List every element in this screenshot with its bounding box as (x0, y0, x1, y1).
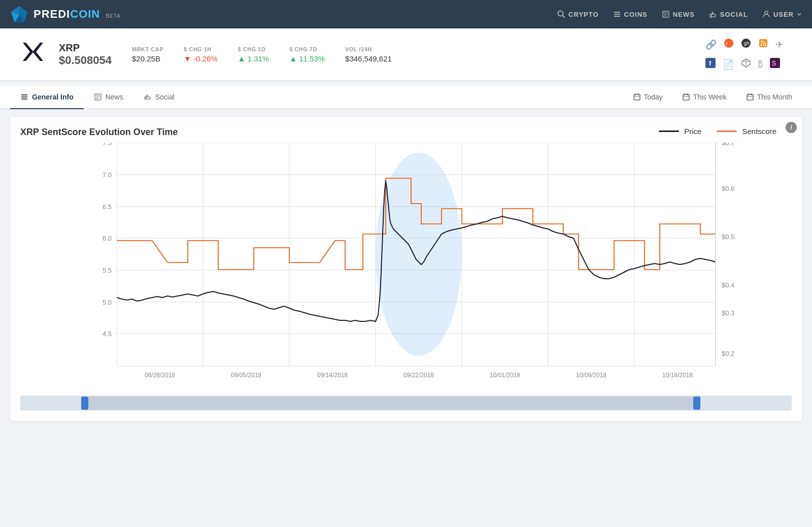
coin-header: XRP $0.508054 MRKT CAP $20.25B $ CHG 1H … (0, 28, 812, 81)
svg-rect-46 (747, 94, 753, 100)
logo-icon (10, 5, 28, 23)
stat-chg-1d: $ CHG 1D ▲ 1.31% (238, 46, 269, 63)
svg-point-16 (15, 37, 51, 72)
chart-legend: Price Sentscore (659, 127, 776, 136)
today-icon (633, 93, 641, 101)
tab-news[interactable]: News (84, 86, 133, 109)
svg-text:$0.5: $0.5 (722, 233, 734, 241)
time-btn-today[interactable]: Today (623, 87, 672, 107)
scrollbar-left-thumb[interactable] (81, 397, 88, 410)
svg-text:10/01/2018: 10/01/2018 (490, 372, 520, 379)
svg-point-5 (558, 11, 563, 16)
svg-text:09/14/2018: 09/14/2018 (317, 372, 348, 379)
nav-coins[interactable]: COINS (613, 10, 648, 18)
chg-1h-value: ▼ -0.26% (184, 54, 218, 63)
rss-icon[interactable] (758, 38, 768, 51)
legend-price: Price (659, 127, 701, 136)
coin-symbol: XRP (59, 42, 112, 54)
svg-text:S: S (772, 60, 776, 67)
news-tab-icon (94, 93, 102, 101)
svg-rect-14 (710, 14, 712, 17)
navbar: PREDICOIN BETA CRYPTO COINS NEWS (0, 0, 812, 28)
coin-stats: MRKT CAP $20.25B $ CHG 1H ▼ -0.26% $ CHG… (132, 46, 685, 63)
time-btn-this-week[interactable]: This Week (672, 87, 736, 107)
svg-text:5.0: 5.0 (103, 299, 112, 306)
slack-icon[interactable]: S (770, 58, 780, 71)
svg-text:6.0: 6.0 (103, 235, 112, 242)
brand: PREDICOIN BETA (10, 5, 121, 23)
svg-rect-42 (683, 94, 689, 100)
time-btn-this-month[interactable]: This Month (736, 87, 802, 107)
tab-social[interactable]: Social (133, 86, 185, 109)
navbar-nav: CRYPTO COINS NEWS SOCIAL (557, 10, 802, 18)
svg-text:10/18/2018: 10/18/2018 (662, 372, 693, 379)
svg-text:f: f (709, 59, 712, 67)
link-icon[interactable]: 🔗 (705, 39, 717, 50)
sentscore-line-indicator (717, 130, 737, 132)
svg-point-15 (765, 11, 768, 14)
stat-mrkt-cap: MRKT CAP $20.25B (132, 46, 163, 63)
chart-scrollbar[interactable] (20, 396, 792, 411)
svg-text:7.0: 7.0 (103, 171, 112, 179)
week-icon (682, 93, 690, 101)
nav-user[interactable]: USER (762, 10, 802, 18)
scrollbar-right-thumb[interactable] (693, 397, 700, 410)
xrp-logo (15, 37, 51, 72)
svg-text:$0.3: $0.3 (722, 309, 734, 317)
svg-text:6.5: 6.5 (103, 203, 112, 211)
svg-rect-37 (145, 97, 146, 99)
svg-text:4.5: 4.5 (103, 330, 112, 338)
newspaper-icon (662, 10, 670, 18)
chg-7d-value: ▲ 11.53% (289, 54, 325, 63)
scrollbar-content-area (88, 397, 695, 410)
svg-text:7.5: 7.5 (103, 143, 112, 147)
svg-text:09/22/2018: 09/22/2018 (403, 372, 434, 379)
svg-text:10/09/2018: 10/09/2018 (576, 372, 606, 379)
reddit-icon[interactable]: r (724, 38, 734, 51)
sub-nav-right: Today This Week This Month (623, 87, 802, 107)
nav-crypto[interactable]: CRYPTO (557, 10, 598, 18)
hamburger-icon (20, 93, 28, 101)
stat-chg-7d: $ CHG 7D ▲ 11.53% (289, 46, 325, 63)
coin-social-icons: 🔗 r gh ✈ f 📄 ₿ S (705, 38, 797, 71)
info-button[interactable]: i (786, 122, 797, 133)
sub-nav: General Info News Social (0, 86, 812, 109)
nav-social[interactable]: SOCIAL (709, 10, 748, 18)
nav-news[interactable]: NEWS (662, 10, 695, 18)
search-icon (557, 10, 565, 18)
svg-point-87 (376, 153, 462, 356)
github-icon[interactable]: gh (741, 38, 751, 51)
user-icon (762, 10, 770, 18)
facebook-icon[interactable]: f (705, 58, 716, 71)
brand-name: PREDICOIN BETA (33, 8, 121, 21)
price-line-indicator (659, 130, 679, 132)
chart-section: XRP SentScore Evolution Over Time Price … (10, 117, 802, 421)
tab-general-info[interactable]: General Info (10, 86, 84, 109)
chart-container: 7.5 7.0 6.5 6.0 5.5 5.0 4.5 $0.7 $0.6 $0… (20, 143, 792, 391)
list-icon (613, 10, 621, 18)
svg-text:$0.6: $0.6 (722, 185, 734, 192)
doc-icon[interactable]: 📄 (723, 59, 734, 70)
coin-logo-area: XRP $0.508054 (15, 37, 112, 72)
svg-text:$0.7: $0.7 (722, 143, 734, 147)
month-icon (746, 93, 754, 101)
coin-price: $0.508054 (59, 54, 112, 67)
chevron-down-icon (797, 12, 802, 17)
svg-text:5.5: 5.5 (103, 267, 112, 274)
thumbsup-icon (709, 10, 717, 18)
stat-chg-1h: $ CHG 1H ▼ -0.26% (184, 46, 218, 63)
sub-nav-left: General Info News Social (10, 86, 185, 108)
chart-svg: 7.5 7.0 6.5 6.0 5.5 5.0 4.5 $0.7 $0.6 $0… (20, 143, 792, 391)
cube-icon[interactable] (741, 58, 751, 71)
social-tab-icon (144, 93, 152, 101)
coin-name-price: XRP $0.508054 (59, 42, 112, 67)
stat-vol: VOL /24H $346,549,621 (345, 46, 392, 63)
svg-rect-38 (634, 94, 640, 100)
send-icon[interactable]: ✈ (775, 39, 783, 50)
svg-point-17 (724, 39, 733, 48)
svg-text:$0.4: $0.4 (722, 281, 734, 289)
svg-text:gh: gh (744, 41, 750, 46)
legend-sentscore: Sentscore (717, 127, 776, 136)
chg-1d-value: ▲ 1.31% (238, 54, 269, 63)
bitcoin-icon[interactable]: ₿ (758, 59, 763, 70)
